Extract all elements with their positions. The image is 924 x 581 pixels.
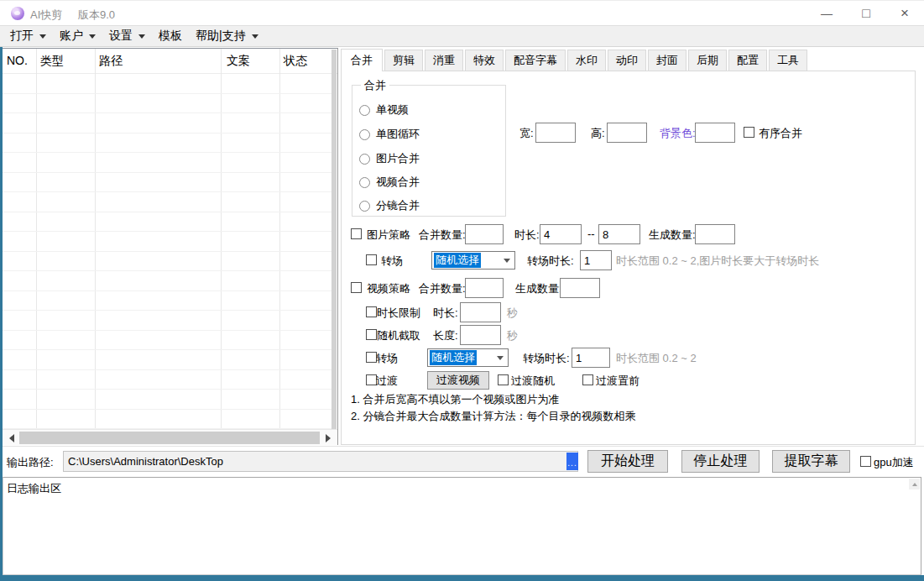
duration-limit-checkbox[interactable] [366, 306, 377, 317]
table-grid [3, 74, 331, 429]
menu-item-template[interactable]: 模板 [159, 26, 182, 46]
radio-single-video[interactable]: 单视频 [359, 103, 409, 117]
tab-dub-subtitle[interactable]: 配音字幕 [505, 50, 566, 71]
log-scrollbar-up-icon[interactable] [909, 479, 920, 489]
radio-label: 图片合并 [376, 151, 420, 166]
tab-merge[interactable]: 合并 [341, 49, 383, 71]
start-processing-button[interactable]: 开始处理 [587, 450, 668, 473]
image-strategy-checkbox[interactable] [351, 228, 362, 239]
video-transition-label: 转场 [376, 351, 398, 366]
browse-button[interactable]: ... [566, 453, 578, 470]
scroll-right-icon[interactable] [326, 434, 331, 442]
fade-video-button[interactable]: 过渡视频 [427, 371, 489, 390]
table-horizontal-scrollbar[interactable] [3, 429, 337, 445]
tab-tools[interactable]: 工具 [769, 50, 807, 71]
bg-color-label: 背景色: [660, 126, 696, 141]
gpu-acceleration-label: gpu加速 [874, 455, 914, 470]
random-cut-checkbox[interactable] [366, 329, 377, 340]
image-duration-min-input[interactable] [540, 224, 582, 244]
menu-item-account[interactable]: 账户 [60, 26, 96, 46]
duration-range-separator: -- [587, 228, 595, 240]
tab-config[interactable]: 配置 [728, 50, 767, 71]
table-header-no[interactable]: NO. [7, 54, 28, 67]
duration-limit-input[interactable] [460, 302, 501, 322]
random-cut-input[interactable] [460, 325, 501, 345]
gpu-acceleration-checkbox[interactable] [860, 456, 871, 467]
tab-cover[interactable]: 封面 [648, 50, 686, 71]
app-logo-icon [11, 7, 24, 20]
window-frame-left [0, 47, 3, 581]
scroll-left-icon[interactable] [9, 434, 14, 442]
table-header-copy[interactable]: 文案 [227, 54, 250, 69]
ordered-merge-checkbox[interactable] [744, 127, 754, 138]
radio-storyboard-merge[interactable]: 分镜合并 [359, 199, 420, 212]
extract-subtitles-button[interactable]: 提取字幕 [772, 450, 850, 473]
menu-item-help-support[interactable]: 帮助|支持 [196, 26, 258, 46]
table-header-status[interactable]: 状态 [284, 54, 307, 69]
menu-item-open[interactable]: 打开 [10, 26, 46, 46]
fade-front-checkbox[interactable] [582, 374, 593, 385]
video-transition-select[interactable]: 随机选择 [427, 348, 509, 367]
menu-item-settings[interactable]: 设置 [109, 26, 145, 46]
radio-icon [359, 201, 370, 212]
image-generate-count-input[interactable] [695, 224, 735, 244]
radio-single-image-loop[interactable]: 单图循环 [359, 128, 420, 141]
menu-bar: 打开 账户 设置 模板 帮助|支持 [0, 25, 924, 47]
fade-random-checkbox[interactable] [498, 374, 509, 385]
window-frame-bottom [0, 575, 924, 581]
stop-processing-button[interactable]: 停止处理 [681, 450, 760, 473]
menu-dropdown-arrow-icon [39, 34, 46, 39]
video-merge-count-input[interactable] [465, 278, 504, 298]
output-path-label: 输出路径: [7, 455, 54, 470]
menu-dropdown-arrow-icon [138, 34, 145, 39]
bg-color-input[interactable] [695, 123, 735, 143]
radio-label: 单图循环 [376, 127, 420, 142]
fade-front-label: 过渡置前 [596, 374, 639, 389]
video-strategy-checkbox[interactable] [351, 282, 362, 293]
table-header-type[interactable]: 类型 [40, 54, 64, 69]
image-merge-count-input[interactable] [465, 224, 504, 244]
radio-icon [359, 177, 370, 188]
note-1: 1. 合并后宽高不填以第一个视频或图片为准 [351, 392, 559, 407]
radio-image-merge[interactable]: 图片合并 [359, 152, 420, 165]
fade-random-label: 过渡随机 [511, 374, 555, 389]
title-bar: AI快剪 版本9.0 — □ × [0, 0, 924, 25]
radio-label: 视频合并 [376, 175, 420, 190]
radio-video-merge[interactable]: 视频合并 [359, 175, 420, 189]
random-cut-field-label: 长度: [433, 328, 458, 343]
close-button[interactable]: × [886, 1, 923, 26]
group-title: 合并 [361, 78, 389, 93]
image-merge-count-label: 合并数量: [419, 228, 466, 243]
table-vertical-scrollbar[interactable] [331, 50, 337, 429]
tab-effects[interactable]: 特效 [465, 50, 504, 71]
tab-edit[interactable]: 剪辑 [384, 50, 423, 71]
tab-motion-stamp[interactable]: 动印 [608, 50, 646, 71]
video-transition-select-value: 随机选择 [430, 350, 477, 365]
video-transition-duration-label: 转场时长: [523, 351, 570, 366]
ordered-merge-label: 有序合并 [759, 126, 802, 141]
height-input[interactable] [607, 123, 647, 143]
video-generate-count-input[interactable] [560, 278, 600, 298]
image-transition-hint: 时长范围 0.2 ~ 2,图片时长要大于转场时长 [616, 254, 819, 269]
image-duration-max-input[interactable] [598, 224, 640, 244]
tab-post[interactable]: 后期 [688, 50, 727, 71]
image-transition-duration-input[interactable] [580, 250, 612, 270]
radio-label: 单视频 [376, 102, 409, 118]
menu-item-label: 模板 [159, 29, 182, 44]
tab-dedup[interactable]: 消重 [425, 50, 463, 71]
image-generate-count-label: 生成数量: [649, 228, 696, 243]
scrollbar-thumb[interactable] [19, 432, 320, 444]
duration-limit-label: 时长限制 [377, 306, 420, 321]
width-input[interactable] [535, 123, 576, 143]
image-transition-checkbox[interactable] [366, 254, 377, 265]
maximize-button[interactable]: □ [848, 1, 885, 26]
tab-watermark[interactable]: 水印 [567, 50, 606, 71]
table-header-path[interactable]: 路径 [99, 54, 123, 69]
minimize-button[interactable]: — [808, 1, 845, 26]
log-output-area[interactable]: 日志输出区 [3, 477, 921, 575]
radio-icon [359, 129, 370, 140]
video-transition-duration-input[interactable] [572, 348, 610, 368]
tab-bar: 合并 剪辑 消重 特效 配音字幕 水印 动印 封面 后期 配置 工具 [341, 48, 920, 71]
image-transition-select[interactable]: 随机选择 [431, 251, 515, 270]
output-path-input[interactable] [63, 451, 578, 472]
